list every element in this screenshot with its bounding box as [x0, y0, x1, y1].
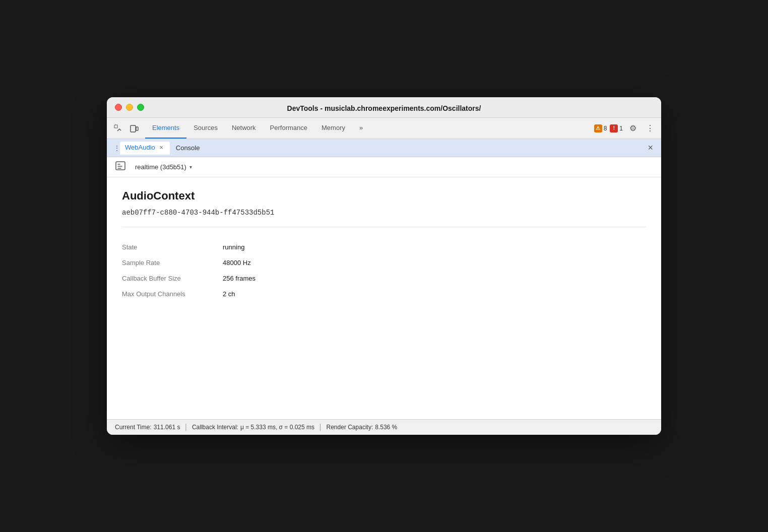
- subpanel-tab-webaudio-close[interactable]: ×: [158, 144, 165, 152]
- maximize-button[interactable]: [137, 104, 144, 111]
- tab-elements[interactable]: Elements: [145, 118, 186, 139]
- toolbar-right: ⚠ 8 ! 1 ⚙ ⋮: [594, 121, 657, 136]
- context-selector-value: realtime (3d5b51): [135, 163, 186, 171]
- toolbar-icons: [111, 121, 141, 136]
- prop-label-sample-rate: Sample Rate: [122, 255, 223, 271]
- titlebar: DevTools - musiclab.chromeexperiments.co…: [107, 97, 661, 118]
- context-selector[interactable]: realtime (3d5b51) ▾: [131, 161, 196, 173]
- properties-table: State running Sample Rate 48000 Hz Callb…: [122, 239, 646, 302]
- subpanel-close-button[interactable]: ×: [645, 142, 656, 154]
- prop-label-state: State: [122, 239, 223, 255]
- settings-button[interactable]: ⚙: [626, 121, 640, 136]
- devtools-toolbar: Elements Sources Network Performance Mem…: [107, 118, 661, 139]
- warning-count: 8: [604, 125, 607, 132]
- main-content: AudioContext aeb07ff7-c880-4703-944b-ff4…: [107, 177, 661, 419]
- chevron-down-icon: ▾: [189, 164, 192, 170]
- prop-value-callback-buffer: 256 frames: [223, 271, 646, 286]
- more-button[interactable]: ⋮: [643, 121, 657, 136]
- status-current-time-value: 311.061 s: [154, 424, 180, 431]
- subpanel-tab-wrapper: WebAudio × Console: [120, 142, 205, 155]
- svg-rect-2: [136, 127, 138, 130]
- context-icon: [115, 160, 126, 174]
- subpanel-tab-console-label: Console: [176, 144, 200, 152]
- subpanel-tab-webaudio[interactable]: WebAudio ×: [120, 142, 170, 155]
- tab-memory[interactable]: Memory: [314, 118, 352, 139]
- subpanel-tabs: ⋮ WebAudio × Console ×: [107, 139, 661, 157]
- devtools-window: DevTools - musiclab.chromeexperiments.co…: [107, 97, 661, 435]
- nav-tabs: Elements Sources Network Performance Mem…: [145, 118, 594, 139]
- error-badge: ! 1: [610, 124, 623, 132]
- status-callback-interval-value: μ = 5.333 ms, σ = 0.025 ms: [240, 424, 314, 431]
- error-count: 1: [619, 125, 623, 132]
- status-render-capacity-label: Render Capacity:: [327, 424, 373, 431]
- tab-more[interactable]: »: [352, 118, 370, 139]
- status-bar: Current Time: 311.061 s │ Callback Inter…: [107, 419, 661, 435]
- context-row: realtime (3d5b51) ▾: [107, 157, 661, 177]
- svg-rect-0: [114, 125, 117, 128]
- status-render-capacity-value: 8.536 %: [375, 424, 397, 431]
- tab-network[interactable]: Network: [225, 118, 263, 139]
- subpanel-tab-webaudio-label: WebAudio: [125, 144, 155, 151]
- traffic-lights: [115, 104, 144, 111]
- window-title: DevTools - musiclab.chromeexperiments.co…: [287, 104, 481, 112]
- subpanel-tab-console[interactable]: Console: [171, 142, 205, 154]
- audio-context-title: AudioContext: [122, 189, 646, 203]
- warning-icon: ⚠: [594, 124, 602, 132]
- status-current-time-label: Current Time:: [115, 424, 152, 431]
- warning-badge: ⚠ 8: [594, 124, 607, 132]
- status-sep-2: │: [318, 424, 323, 431]
- audio-context-uuid: aeb07ff7-c880-4703-944b-ff47533d5b51: [122, 209, 646, 227]
- prop-value-state: running: [223, 239, 646, 255]
- inspector-icon[interactable]: [111, 121, 125, 136]
- prop-label-max-channels: Max Output Channels: [122, 286, 223, 302]
- device-icon[interactable]: [127, 121, 141, 136]
- error-icon: !: [610, 124, 618, 132]
- subpanel-more-icon[interactable]: ⋮: [114, 145, 120, 152]
- tab-performance[interactable]: Performance: [263, 118, 314, 139]
- prop-label-callback-buffer: Callback Buffer Size: [122, 271, 223, 286]
- prop-value-sample-rate: 48000 Hz: [223, 255, 646, 271]
- status-callback-interval-label: Callback Interval:: [192, 424, 238, 431]
- close-button[interactable]: [115, 104, 122, 111]
- prop-value-max-channels: 2 ch: [223, 286, 646, 302]
- minimize-button[interactable]: [126, 104, 133, 111]
- tab-sources[interactable]: Sources: [186, 118, 225, 139]
- status-sep-1: │: [184, 424, 188, 431]
- svg-rect-1: [131, 125, 136, 132]
